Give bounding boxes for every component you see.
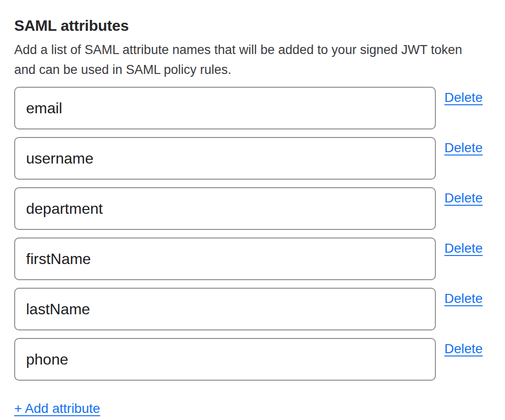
attribute-row: Delete	[14, 288, 491, 330]
section-description-line: Add a list of SAML attribute names that …	[14, 40, 491, 60]
attribute-row: Delete	[14, 137, 491, 180]
attribute-input-department[interactable]	[14, 187, 436, 230]
delete-link[interactable]: Delete	[444, 140, 483, 155]
section-description: Add a list of SAML attribute names that …	[14, 40, 491, 80]
attribute-input-username[interactable]	[14, 137, 436, 180]
attribute-input-firstname[interactable]	[14, 237, 436, 280]
attribute-input-lastname[interactable]	[14, 288, 436, 330]
delete-link[interactable]: Delete	[444, 341, 483, 356]
attribute-input-phone[interactable]	[14, 338, 436, 381]
delete-link[interactable]: Delete	[444, 291, 483, 306]
attribute-row: Delete	[14, 237, 491, 280]
saml-attributes-section: SAML attributes Add a list of SAML attri…	[0, 0, 505, 416]
delete-link[interactable]: Delete	[444, 90, 483, 105]
attribute-row: Delete	[14, 338, 491, 381]
attribute-row: Delete	[14, 87, 491, 129]
attribute-input-email[interactable]	[14, 87, 436, 129]
add-attribute-link[interactable]: + Add attribute	[14, 401, 100, 416]
delete-link[interactable]: Delete	[444, 240, 483, 256]
attribute-row: Delete	[14, 187, 491, 230]
section-description-line: and can be used in SAML policy rules.	[14, 60, 491, 80]
section-title: SAML attributes	[14, 16, 491, 35]
attribute-list: Delete Delete Delete Delete Delete Delet…	[14, 87, 491, 381]
delete-link[interactable]: Delete	[444, 190, 483, 206]
